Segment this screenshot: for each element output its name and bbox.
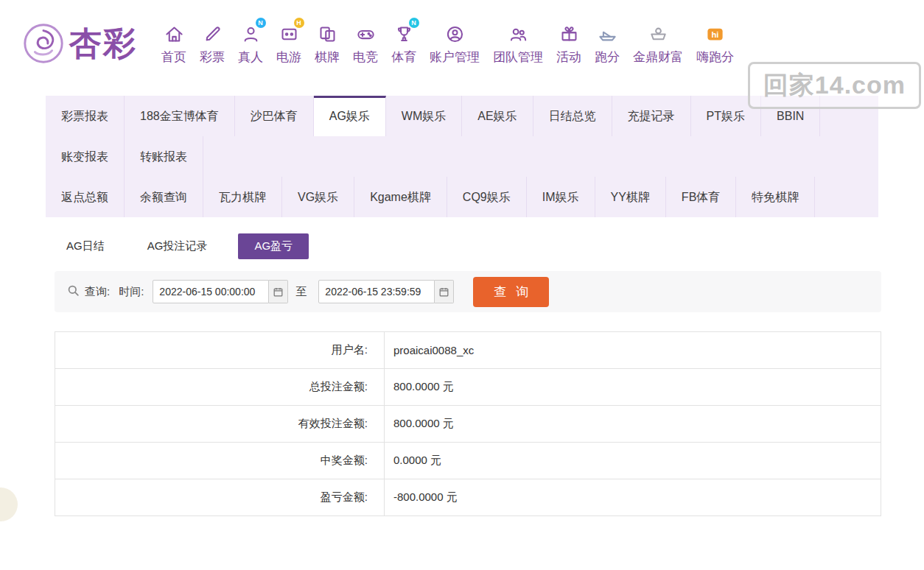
row-label: 有效投注金额: (55, 406, 385, 443)
report-tab[interactable]: Kgame棋牌 (354, 177, 447, 217)
subtab[interactable]: AG日结 (55, 233, 116, 259)
egame-icon: H (279, 21, 299, 46)
nav-badge: H (294, 18, 304, 28)
nav-item-label: 账户管理 (430, 49, 480, 66)
nav-item-label: 体育 (391, 49, 416, 66)
report-tab[interactable]: 瓦力棋牌 (203, 177, 282, 217)
nav-item[interactable]: 跑分 (588, 21, 626, 66)
paofen-icon (598, 21, 617, 46)
nav-badge: N (409, 18, 419, 28)
query-label: 查询: (85, 285, 110, 299)
report-tab[interactable]: CQ9娱乐 (447, 177, 527, 217)
wealth-icon (648, 21, 668, 46)
flower-logo-icon (21, 21, 66, 66)
nav-item-label: 首页 (161, 49, 186, 66)
nav-item[interactable]: 账户管理 (423, 21, 486, 66)
nav-item[interactable]: 彩票 (193, 21, 231, 66)
nav-item[interactable]: 团队管理 (486, 21, 550, 66)
report-tab[interactable]: 充提记录 (612, 96, 691, 136)
report-tab[interactable]: PT娱乐 (691, 96, 761, 136)
to-label: 至 (295, 285, 307, 299)
query-button[interactable]: 查 询 (473, 277, 549, 307)
report-tab[interactable]: 188金宝博体育 (125, 96, 235, 136)
report-tab[interactable]: 返点总额 (46, 177, 125, 217)
top-nav: 杏彩 首页彩票N真人H电游棋牌电竞N体育账户管理团队管理活动跑分金鼎财富hi嗨跑… (0, 0, 924, 87)
date-from-group (153, 280, 288, 303)
nav-item-label: 电竞 (353, 49, 378, 66)
ag-subtabs: AG日结AG投注记录AG盈亏 (55, 233, 869, 259)
home-icon (164, 21, 184, 46)
report-tab[interactable]: 转账报表 (125, 136, 203, 177)
nav-item[interactable]: 活动 (550, 21, 588, 66)
esports-icon (356, 21, 376, 46)
subtab-active[interactable]: AG盈亏 (238, 233, 309, 259)
nav-item-label: 跑分 (595, 49, 620, 66)
nav-item[interactable]: N真人 (231, 21, 270, 66)
tab-row-1: 彩票报表188金宝博体育沙巴体育AG娱乐WM娱乐AE娱乐日结总览充提记录PT娱乐… (46, 96, 878, 177)
profit-summary-body: 用户名:proaicai0088_xc总投注金额:800.0000 元有效投注金… (55, 332, 881, 516)
account-icon (445, 21, 465, 46)
subtab[interactable]: AG投注记录 (136, 233, 220, 259)
row-label: 中奖金额: (55, 443, 385, 479)
nav-item-label: 真人 (238, 49, 263, 66)
table-row: 盈亏金额:-800.0000 元 (55, 479, 881, 516)
sports-icon: N (394, 21, 414, 46)
calendar-icon[interactable] (269, 280, 288, 303)
team-icon (508, 21, 528, 46)
nav-badge: N (256, 18, 266, 28)
calendar-icon[interactable] (435, 280, 454, 303)
row-value: 800.0000 元 (385, 369, 881, 406)
report-tabbar: 彩票报表188金宝博体育沙巴体育AG娱乐WM娱乐AE娱乐日结总览充提记录PT娱乐… (46, 96, 878, 217)
report-tab-active[interactable]: AG娱乐 (314, 96, 386, 136)
report-tab[interactable]: IM娱乐 (527, 177, 595, 217)
date-to-group (318, 280, 454, 303)
table-row: 用户名:proaicai0088_xc (55, 332, 881, 369)
row-label: 盈亏金额: (55, 479, 385, 516)
nav-item-label: 电游 (276, 49, 301, 66)
date-to-input[interactable] (318, 280, 435, 303)
report-tab[interactable]: BBIN (761, 96, 820, 136)
svg-text:hi: hi (712, 30, 719, 39)
board-icon (318, 21, 337, 46)
table-row: 有效投注金额:800.0000 元 (55, 406, 881, 443)
report-tab[interactable]: YY棋牌 (595, 177, 666, 217)
nav-item-label: 金鼎财富 (633, 49, 683, 66)
search-icon (66, 284, 80, 300)
lottery-icon (203, 21, 223, 46)
table-row: 中奖金额:0.0000 元 (55, 443, 881, 479)
tab-row-2: 返点总额余额查询瓦力棋牌VG娱乐Kgame棋牌CQ9娱乐IM娱乐YY棋牌FB体育… (46, 177, 878, 217)
row-value: 0.0000 元 (385, 443, 881, 479)
table-row: 总投注金额:800.0000 元 (55, 369, 881, 406)
row-value: proaicai0088_xc (385, 332, 881, 369)
row-value: -800.0000 元 (385, 479, 881, 516)
nav-item[interactable]: 金鼎财富 (626, 21, 690, 66)
report-tab[interactable]: 日结总览 (533, 96, 612, 136)
nav-item-label: 活动 (556, 49, 581, 66)
report-tab[interactable]: AE娱乐 (462, 96, 533, 136)
report-tab[interactable]: 余额查询 (125, 177, 203, 217)
report-tab[interactable]: WM娱乐 (386, 96, 462, 136)
report-tab[interactable]: 账变报表 (46, 136, 125, 177)
brand-logo[interactable]: 杏彩 (21, 21, 137, 66)
report-tab[interactable]: 特免棋牌 (736, 177, 815, 217)
nav-item[interactable]: N体育 (385, 21, 423, 66)
nav-item[interactable]: H电游 (270, 21, 308, 66)
nav-item[interactable]: 棋牌 (308, 21, 346, 66)
report-page: 彩票报表188金宝博体育沙巴体育AG娱乐WM娱乐AE娱乐日结总览充提记录PT娱乐… (0, 96, 924, 516)
activity-icon (559, 21, 579, 46)
time-label: 时间: (119, 285, 144, 299)
date-from-input[interactable] (153, 280, 269, 303)
nav-item-label: 棋牌 (315, 49, 340, 66)
report-tab[interactable]: 彩票报表 (46, 96, 125, 136)
hipao-icon: hi (705, 21, 725, 46)
nav-item[interactable]: hi嗨跑分 (690, 21, 741, 66)
row-label: 总投注金额: (55, 369, 385, 406)
report-tab[interactable]: 沙巴体育 (235, 96, 314, 136)
report-tab[interactable]: VG娱乐 (282, 177, 354, 217)
nav-item[interactable]: 电竞 (346, 21, 385, 66)
row-value: 800.0000 元 (385, 406, 881, 443)
nav-item-label: 团队管理 (493, 49, 543, 66)
nav-item[interactable]: 首页 (155, 21, 193, 66)
row-label: 用户名: (55, 332, 385, 369)
report-tab[interactable]: FB体育 (666, 177, 736, 217)
